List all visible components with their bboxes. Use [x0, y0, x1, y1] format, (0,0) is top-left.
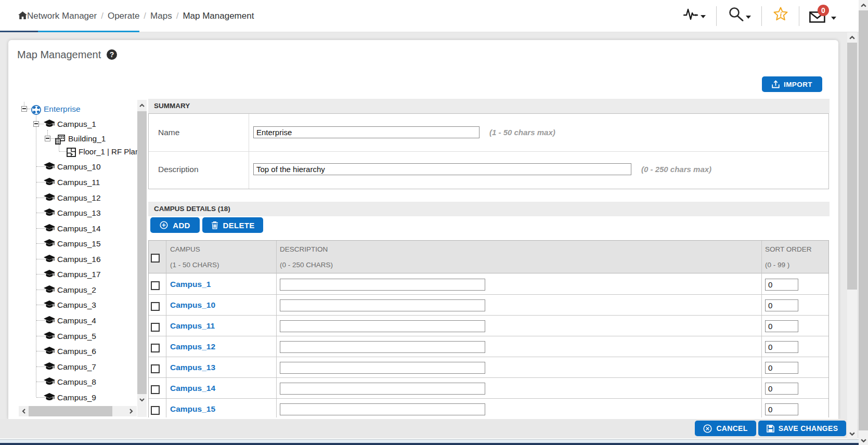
svg-text:i: i: [780, 10, 782, 18]
